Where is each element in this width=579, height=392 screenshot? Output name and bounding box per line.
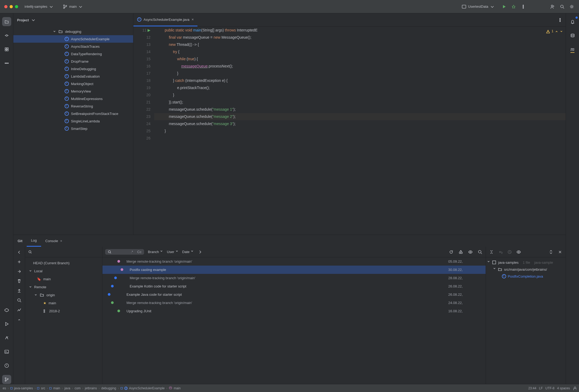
project-selector[interactable]: intellij-samples: [22, 3, 56, 10]
fetch-icon[interactable]: [16, 288, 22, 294]
console-tab[interactable]: Console×: [41, 235, 66, 247]
origin-group[interactable]: origin: [25, 291, 102, 299]
find-commit-icon[interactable]: [477, 249, 483, 255]
settings-icon[interactable]: [569, 4, 575, 10]
maven-tool-icon[interactable]: m: [568, 45, 577, 54]
collapse-diff-icon[interactable]: [489, 249, 494, 255]
status-encoding[interactable]: UTF-8: [545, 386, 554, 390]
forward-icon[interactable]: [197, 249, 203, 255]
build-tool-icon[interactable]: [2, 333, 11, 342]
expand-icon[interactable]: [16, 317, 22, 322]
notifications-icon[interactable]: [568, 17, 577, 26]
editor-tab[interactable]: AsyncSchedulerExample.java ×: [133, 13, 197, 26]
commit-row[interactable]: Merge remote-tracking branch 'origin/mai…: [102, 274, 486, 282]
cherry-pick-icon[interactable]: [458, 249, 464, 255]
local-group[interactable]: Local: [25, 267, 102, 275]
close-icon[interactable]: ×: [60, 239, 62, 243]
database-tool-icon[interactable]: [568, 31, 577, 40]
tabs-more-icon[interactable]: [554, 13, 566, 26]
search-icon[interactable]: [559, 4, 565, 10]
date-filter[interactable]: Date: [182, 250, 194, 254]
lock-icon[interactable]: [573, 386, 576, 390]
head-branch[interactable]: HEAD (Current Branch): [25, 259, 102, 267]
preview-diff-icon[interactable]: [516, 249, 522, 255]
remote-group[interactable]: Remote: [25, 283, 102, 291]
remote-branch[interactable]: 2018-2: [25, 307, 102, 315]
chevron-up-icon[interactable]: [555, 30, 558, 33]
tree-item[interactable]: AsyncStackTraces: [13, 43, 133, 50]
debug-button[interactable]: [511, 4, 517, 10]
chevron-down-icon[interactable]: [560, 30, 563, 33]
changed-file[interactable]: PostfixCompletion.java: [487, 273, 565, 280]
class-icon: [65, 67, 69, 71]
project-panel-header[interactable]: Project: [13, 13, 133, 27]
window-controls[interactable]: [4, 5, 18, 8]
history-icon[interactable]: [507, 249, 513, 255]
expand-all-icon[interactable]: [548, 249, 554, 255]
run-button[interactable]: [501, 4, 507, 10]
commit-row[interactable]: Merge remote-tracking branch 'origin/mai…: [102, 299, 486, 307]
tree-folder[interactable]: debugging: [13, 28, 133, 35]
tree-item[interactable]: AsyncSchedulerExample: [13, 35, 133, 43]
tree-item[interactable]: MemoryView: [13, 87, 133, 95]
graph-icon[interactable]: [16, 307, 22, 313]
branch-search[interactable]: [25, 247, 102, 257]
tree-item[interactable]: DataTypeRendering: [13, 50, 133, 58]
regex-toggle[interactable]: .*: [131, 250, 133, 254]
commit-row[interactable]: Example Java code for starter script26.0…: [102, 290, 486, 299]
structure-tool-icon[interactable]: [2, 45, 11, 54]
checkout-icon[interactable]: [16, 269, 22, 274]
more-actions-button[interactable]: [520, 4, 526, 10]
svg-point-29: [44, 310, 45, 311]
commit-row[interactable]: Merge remote-tracking branch 'origin/mai…: [102, 257, 486, 266]
tree-item[interactable]: LambdaEvaluation: [13, 73, 133, 80]
commit-row[interactable]: Postfix casting example30.08.22,: [102, 266, 486, 274]
log-tab[interactable]: Log: [27, 235, 41, 247]
close-tab-icon[interactable]: ×: [192, 17, 194, 22]
tree-item[interactable]: ReverseString: [13, 102, 133, 110]
commit-search[interactable]: .* Cc: [105, 249, 144, 255]
chevron-down-icon: [191, 250, 194, 254]
changes-path[interactable]: src/main/java/com/jetbrains/: [487, 266, 565, 273]
tree-item[interactable]: SetBreakpointFromStackTrace: [13, 110, 133, 117]
terminal-tool-icon[interactable]: [2, 347, 11, 356]
tree-item[interactable]: InlineDebugging: [13, 65, 133, 73]
back-icon[interactable]: [16, 249, 22, 255]
git-tab[interactable]: Git: [13, 235, 27, 247]
class-icon: [65, 111, 69, 116]
commit-row[interactable]: Upgrading JUnit16.08.22,: [102, 307, 486, 315]
more-tools-icon[interactable]: [2, 59, 11, 68]
status-indent[interactable]: 4 spaces: [557, 386, 570, 390]
services-tool-icon[interactable]: [2, 306, 11, 315]
find-icon[interactable]: [16, 297, 22, 303]
problems-tool-icon[interactable]: [2, 361, 11, 370]
origin-main-branch[interactable]: ★main: [25, 299, 102, 307]
branch-selector[interactable]: main: [60, 3, 86, 10]
vcs-tool-icon[interactable]: [2, 375, 11, 384]
run-tool-icon[interactable]: [2, 319, 11, 329]
local-main-branch[interactable]: 🔖main: [25, 275, 102, 283]
tree-item[interactable]: SingleLineLambda: [13, 117, 133, 125]
changes-root[interactable]: java-samples 1 file java-sample: [487, 259, 565, 266]
tree-item[interactable]: DropFrame: [13, 58, 133, 65]
delete-icon[interactable]: [16, 278, 22, 284]
tree-item[interactable]: SmartStep: [13, 125, 133, 132]
tree-item[interactable]: MultilineExpressions: [13, 95, 133, 102]
code-with-me-icon[interactable]: [550, 4, 556, 10]
refresh-icon[interactable]: [448, 249, 454, 255]
tree-item[interactable]: MarkingObject: [13, 80, 133, 87]
eye-icon[interactable]: [467, 249, 473, 255]
inspection-widget[interactable]: 1: [546, 28, 563, 35]
close-panel-icon[interactable]: [557, 249, 563, 255]
run-config-selector[interactable]: UsertestData: [459, 3, 497, 10]
case-toggle[interactable]: Cc: [137, 250, 141, 254]
branch-filter[interactable]: Branch: [148, 250, 163, 254]
status-line-sep[interactable]: LF: [539, 386, 543, 390]
commit-tool-icon[interactable]: [2, 31, 11, 40]
user-filter[interactable]: User: [167, 250, 178, 254]
add-icon[interactable]: [16, 259, 22, 265]
project-tool-icon[interactable]: [2, 17, 11, 26]
commit-row[interactable]: Example Kotlin code for starter script26…: [102, 282, 486, 290]
breadcrumb[interactable]: es› java-samples› src› main›java›com›jet…: [3, 386, 181, 390]
undo-icon[interactable]: [498, 249, 503, 255]
